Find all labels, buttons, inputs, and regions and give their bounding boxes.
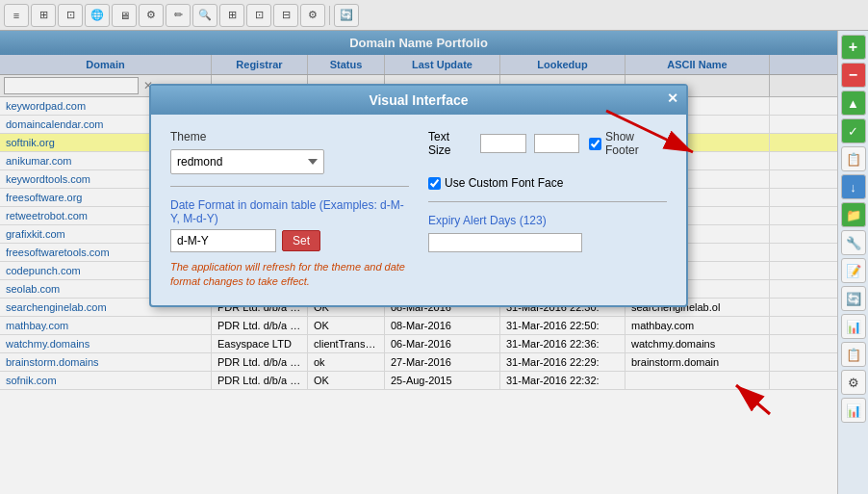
toolbar: ≡ ⊞ ⊡ 🌐 🖥 ⚙ ✏ 🔍 ⊞ ⊡ ⊟ ⚙ 🔄	[0, 0, 868, 31]
divider1	[170, 186, 409, 187]
sidebar-settings-btn[interactable]: ⚙	[841, 370, 866, 395]
toolbar-btn-grid[interactable]: ⊞	[31, 4, 56, 27]
toolbar-btn-refresh[interactable]: 🔄	[334, 4, 359, 27]
toolbar-btn-settings[interactable]: ⚙	[139, 4, 164, 27]
show-footer-label: Show Footer	[605, 130, 667, 157]
expiry-input[interactable]	[428, 233, 582, 252]
sidebar-add-btn[interactable]: +	[841, 35, 866, 60]
toolbar-btn-menu[interactable]: ≡	[4, 4, 29, 27]
show-footer-checkbox[interactable]	[589, 138, 601, 150]
toolbar-btn-box3[interactable]: ⊟	[273, 4, 298, 27]
divider2	[428, 201, 667, 202]
toolbar-btn-edit[interactable]: ✏	[166, 4, 191, 27]
toolbar-btn-box[interactable]: ⊡	[58, 4, 83, 27]
sidebar-down-btn[interactable]: ↓	[841, 174, 866, 199]
custom-font-row: Use Custom Font Face	[428, 176, 667, 190]
theme-select[interactable]: redmond default dark light	[170, 149, 324, 174]
theme-label: Theme	[170, 130, 409, 143]
text-size-box2	[534, 134, 579, 153]
sidebar-tools-btn[interactable]: 🔧	[841, 230, 866, 255]
toolbar-btn-globe[interactable]: 🌐	[85, 4, 110, 27]
sidebar-edit-btn[interactable]: 📝	[841, 258, 866, 283]
modal-body: Theme redmond default dark light Date Fo…	[151, 115, 686, 305]
modal-title: Visual Interface	[151, 86, 686, 115]
toolbar-divider	[329, 6, 330, 25]
date-format-label: Date Format in domain table (Examples: d…	[170, 198, 409, 225]
toolbar-btn-settings2[interactable]: ⚙	[300, 4, 325, 27]
custom-font-checkbox[interactable]	[428, 177, 441, 190]
text-size-label: Text Size	[428, 130, 472, 157]
sidebar-list-btn[interactable]: 📋	[841, 342, 866, 367]
sidebar-remove-btn[interactable]: −	[841, 63, 866, 88]
date-input-row: Set	[170, 229, 409, 252]
modal-left-panel: Theme redmond default dark light Date Fo…	[170, 130, 409, 290]
modal-close-button[interactable]: ✕	[667, 91, 678, 106]
sidebar-check-btn[interactable]: ✓	[841, 118, 866, 143]
show-footer-row: Show Footer	[589, 130, 667, 157]
sidebar-export-btn[interactable]: 📊	[841, 398, 866, 423]
toolbar-btn-monitor[interactable]: 🖥	[112, 4, 137, 27]
toolbar-btn-box2[interactable]: ⊡	[246, 4, 271, 27]
custom-font-label: Use Custom Font Face	[445, 176, 563, 190]
set-button[interactable]: Set	[282, 230, 320, 251]
sidebar-folder-btn[interactable]: 📁	[841, 202, 866, 227]
sidebar-refresh-btn[interactable]: 🔄	[841, 286, 866, 311]
modal-overlay: Visual Interface ✕ Theme redmond default…	[0, 31, 837, 494]
right-sidebar: + − ▲ ✓ 📋 ↓ 📁 🔧 📝 🔄 📊 📋 ⚙ 📊	[837, 31, 868, 494]
text-size-box1	[480, 134, 525, 153]
toolbar-btn-search[interactable]: 🔍	[192, 4, 217, 27]
refresh-note: The application will refresh for the the…	[170, 260, 409, 290]
modal-right-panel: Text Size Show Footer Use Custom Font Fa…	[428, 130, 667, 290]
toolbar-btn-grid2[interactable]: ⊞	[219, 4, 244, 27]
text-size-row: Text Size	[428, 130, 579, 157]
sidebar-up-btn[interactable]: ▲	[841, 91, 866, 116]
sidebar-copy-btn[interactable]: 📋	[841, 146, 866, 171]
date-format-input[interactable]	[170, 229, 276, 252]
sidebar-chart-btn[interactable]: 📊	[841, 314, 866, 339]
visual-interface-modal: Visual Interface ✕ Theme redmond default…	[149, 84, 688, 307]
expiry-label: Expiry Alert Days (123)	[428, 214, 667, 227]
